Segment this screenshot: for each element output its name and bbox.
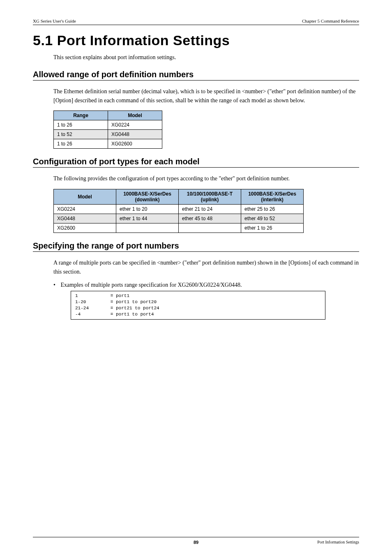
config-table: Model 1000BASE-X/SerDes (downlink) 10/10… <box>53 189 304 233</box>
cell <box>116 223 179 233</box>
table-row: XG2600 ether 1 to 26 <box>54 223 304 233</box>
cell: XG0224 <box>54 205 116 214</box>
cell: ether 21 to 24 <box>179 205 241 214</box>
col-header-model: Model <box>54 189 116 205</box>
bullet-item: • Examples of multiple ports range speci… <box>53 282 359 288</box>
col-header-model: Model <box>108 111 162 120</box>
page-title: 5.1 Port Information Settings <box>33 32 359 48</box>
cell: XG2600 <box>54 223 116 233</box>
cell: ether 49 to 52 <box>241 214 304 223</box>
intro-text: This section explains about port informa… <box>53 54 359 61</box>
section-body-allowed-range: The Ethernet definition serial number (d… <box>53 87 359 105</box>
table-row: 1 to 52 XG0448 <box>54 130 162 139</box>
bullet-icon: • <box>53 282 59 288</box>
table-header-row: Range Model <box>54 111 162 120</box>
section-heading-allowed-range: Allowed range of port definition numbers <box>33 70 359 79</box>
section-body-specifying: A range of multiple ports can be specifi… <box>53 258 359 276</box>
footer-rule <box>33 537 359 537</box>
header-right: Chapter 5 Command Reference <box>302 18 359 23</box>
cell: ether 45 to 48 <box>179 214 241 223</box>
cell: XG0448 <box>108 130 162 139</box>
code-example-box: 1 = port1 1-20 = port1 to port20 21-24 =… <box>71 291 325 319</box>
cell <box>179 223 241 233</box>
section-body-config: The following provides the configuration… <box>53 174 359 183</box>
section-rule <box>33 251 359 252</box>
range-table: Range Model 1 to 26 XG0224 1 to 52 XG044… <box>53 111 162 149</box>
footer-section-title: Port Information Settings <box>317 540 359 544</box>
section-rule <box>33 80 359 81</box>
cell: ether 1 to 26 <box>241 223 304 233</box>
footer-row: 89 Port Information Settings <box>33 540 359 545</box>
table-row: 1 to 26 XG02600 <box>54 139 162 149</box>
cell: 1 to 26 <box>54 139 108 149</box>
table-row: XG0224 ether 1 to 20 ether 21 to 24 ethe… <box>54 205 304 214</box>
col-header-range: Range <box>54 111 108 120</box>
section-heading-specifying: Specifying the range of port numbers <box>33 241 359 251</box>
col-header-uplink: 10/100/1000BASE-T (uplink) <box>179 189 241 205</box>
table-row: XG0448 ether 1 to 44 ether 45 to 48 ethe… <box>54 214 304 223</box>
table-header-row: Model 1000BASE-X/SerDes (downlink) 10/10… <box>54 189 304 205</box>
cell: ether 25 to 26 <box>241 205 304 214</box>
bullet-text: Examples of multiple ports range specifi… <box>61 282 242 288</box>
cell: XG0448 <box>54 214 116 223</box>
cell: 1 to 26 <box>54 120 108 130</box>
cell: XG02600 <box>108 139 162 149</box>
table-row: 1 to 26 XG0224 <box>54 120 162 130</box>
cell: XG0224 <box>108 120 162 130</box>
page-header: XG Series User's Guide Chapter 5 Command… <box>33 18 359 23</box>
page-footer: 89 Port Information Settings <box>33 537 359 545</box>
cell: 1 to 52 <box>54 130 108 139</box>
footer-page-number: 89 <box>194 540 198 545</box>
header-left: XG Series User's Guide <box>33 18 76 23</box>
page: XG Series User's Guide Chapter 5 Command… <box>0 0 392 555</box>
col-header-interlink: 1000BASE-X/SerDes (interlink) <box>241 189 304 205</box>
header-rule <box>33 25 359 25</box>
section-heading-config: Configuration of port types for each mod… <box>33 157 359 166</box>
section-rule <box>33 167 359 168</box>
cell: ether 1 to 44 <box>116 214 179 223</box>
cell: ether 1 to 20 <box>116 205 179 214</box>
col-header-downlink: 1000BASE-X/SerDes (downlink) <box>116 189 179 205</box>
